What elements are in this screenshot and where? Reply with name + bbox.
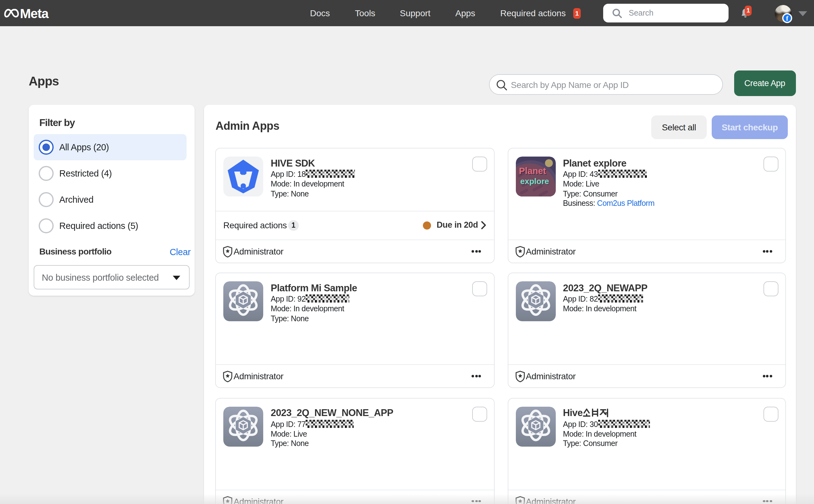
svg-text:Planet: Planet [519, 166, 546, 176]
svg-text:explore: explore [520, 177, 549, 186]
